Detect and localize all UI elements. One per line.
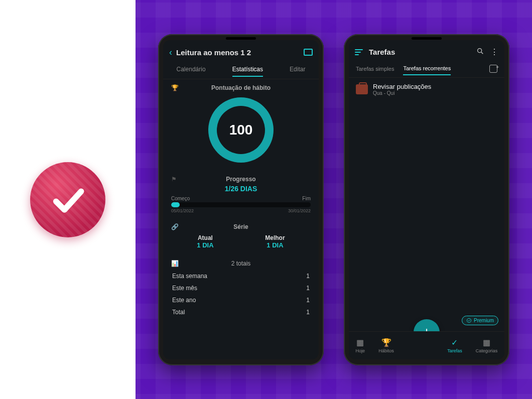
totals-row: Total 1 xyxy=(171,306,311,318)
calendar-icon: ▦ xyxy=(356,338,364,347)
marketing-right-panel: ‹ Leitura ao menos 1 2 Calendário Estatí… xyxy=(136,0,532,399)
progress-start-date: 05/01/2022 xyxy=(171,208,194,213)
nav-today[interactable]: ▦ Hoje xyxy=(356,338,365,353)
phone-mockup-stats: ‹ Leitura ao menos 1 2 Calendário Estatí… xyxy=(158,34,324,365)
nav-label: Hoje xyxy=(356,348,365,353)
briefcase-icon xyxy=(356,84,368,94)
streak-best-value: 1 DIA xyxy=(265,241,285,249)
nav-categories[interactable]: ▦ Categorias xyxy=(476,338,498,353)
archive-icon[interactable] xyxy=(489,65,497,73)
progress-fill xyxy=(171,202,180,207)
ticket-icon[interactable] xyxy=(304,49,313,56)
chart-icon: 📊 xyxy=(171,260,179,267)
search-icon[interactable] xyxy=(476,47,484,57)
nav-label: Hábitos xyxy=(378,348,394,353)
svg-point-2 xyxy=(467,318,471,322)
page-title: Tarefas xyxy=(369,48,470,56)
svg-point-0 xyxy=(478,48,482,52)
nav-label: Tarefas xyxy=(447,348,462,353)
totals-row-label: Este ano xyxy=(172,297,196,304)
streak-best-label: Melhor xyxy=(265,234,285,241)
totals-row: Este ano 1 xyxy=(171,294,311,306)
streak-current-value: 1 DIA xyxy=(197,241,213,249)
totals-row-label: Total xyxy=(172,309,185,316)
trophy-icon: 🏆 xyxy=(381,338,391,347)
back-icon[interactable]: ‹ xyxy=(169,47,172,58)
page-title: Leitura ao menos 1 2 xyxy=(176,48,300,57)
task-item[interactable]: Revisar publicações Qua - Qui xyxy=(349,78,504,101)
score-ring: 100 xyxy=(208,97,274,163)
trophy-icon: 🏆 xyxy=(171,84,179,91)
totals-row: Este mês 1 xyxy=(171,282,311,294)
totals-row: Esta semana 1 xyxy=(171,270,311,282)
menu-icon[interactable] xyxy=(355,49,363,55)
progress-bar xyxy=(171,202,311,207)
task-title: Revisar publicações xyxy=(373,83,431,90)
subtab-simple[interactable]: Tarefas simples xyxy=(356,63,394,75)
streak-current-label: Atual xyxy=(197,234,213,241)
progress-section-title: Progresso xyxy=(226,176,255,183)
more-icon[interactable]: ⋮ xyxy=(490,47,498,57)
totals-row-value: 1 xyxy=(306,297,310,304)
svg-line-1 xyxy=(481,52,483,54)
flag-icon: ⚑ xyxy=(171,176,177,183)
progress-end-label: Fim xyxy=(302,196,311,201)
tab-stats[interactable]: Estatísticas xyxy=(232,63,263,77)
score-section-title: Pontuação de hábito xyxy=(211,84,271,91)
totals-section-title: 2 totais xyxy=(231,257,251,270)
nav-habits[interactable]: 🏆 Hábitos xyxy=(378,338,394,353)
subtab-recurring[interactable]: Tarefas recorrentes xyxy=(403,62,451,75)
nav-label: Categorias xyxy=(476,348,498,353)
totals-row-label: Este mês xyxy=(172,285,197,292)
streak-section-title: Série xyxy=(233,223,248,230)
phone-mockup-tasks: Tarefas ⋮ Tarefas simples Tarefas recorr… xyxy=(344,34,509,365)
check-icon: ✓ xyxy=(451,338,458,347)
progress-start-label: Começo xyxy=(171,196,190,201)
task-subtitle: Qua - Qui xyxy=(373,90,431,96)
tab-edit[interactable]: Editar xyxy=(290,63,305,77)
marketing-left-panel xyxy=(0,0,136,399)
nav-tasks[interactable]: ✓ Tarefas xyxy=(447,338,462,353)
progress-value: 1/26 DIAS xyxy=(171,183,311,193)
tab-calendar[interactable]: Calendário xyxy=(177,63,206,77)
premium-label: Premium xyxy=(474,318,494,323)
app-logo-icon xyxy=(30,162,105,237)
premium-badge[interactable]: Premium xyxy=(462,316,498,325)
totals-row-value: 1 xyxy=(306,309,310,316)
progress-end-date: 30/01/2022 xyxy=(288,208,311,213)
totals-row-value: 1 xyxy=(306,273,310,280)
score-value: 100 xyxy=(229,122,253,138)
bottom-nav: ▦ Hoje 🏆 Hábitos ✓ Tarefas ▦ Categorias xyxy=(349,331,504,359)
totals-row-value: 1 xyxy=(306,285,310,292)
grid-icon: ▦ xyxy=(483,338,490,347)
link-icon: 🔗 xyxy=(171,223,179,230)
totals-row-label: Esta semana xyxy=(172,273,207,280)
